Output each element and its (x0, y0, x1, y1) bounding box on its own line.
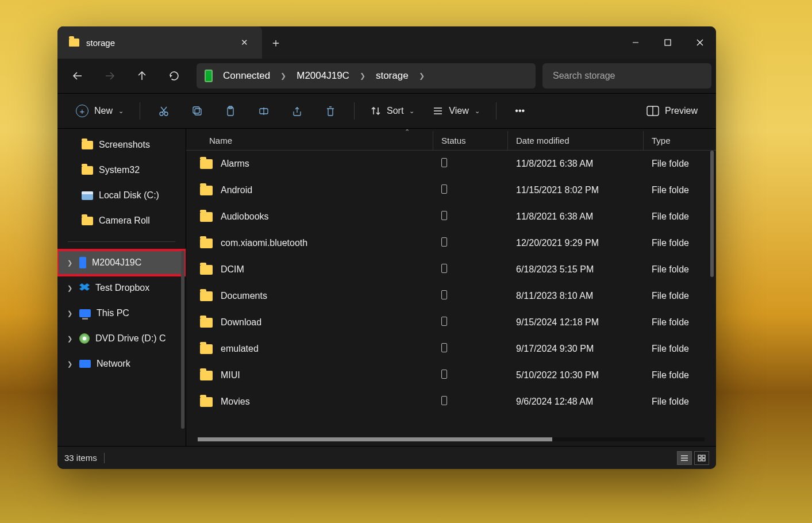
folder-icon (200, 318, 213, 328)
paste-button[interactable] (216, 99, 245, 122)
file-type: File folde (644, 291, 716, 301)
file-date: 12/20/2021 9:29 PM (508, 238, 644, 248)
pc-icon (79, 309, 91, 317)
sort-indicator-icon: ⌃ (405, 128, 410, 136)
file-date: 11/8/2021 6:38 AM (508, 159, 644, 169)
folder-icon (200, 371, 213, 380)
file-date: 6/18/2023 5:15 PM (508, 264, 644, 275)
device-status-icon (441, 290, 447, 299)
delete-button[interactable] (316, 99, 345, 122)
sidebar-scrollbar[interactable] (181, 251, 184, 429)
file-date: 9/15/2024 12:18 PM (508, 317, 644, 328)
navigation-bar: Connected ❯ M2004J19C ❯ storage ❯ Search… (57, 59, 716, 93)
file-name: Audiobooks (221, 211, 269, 222)
chevron-right-icon[interactable]: ❯ (66, 284, 74, 292)
sidebar-tree-item[interactable]: ❯This PC (57, 301, 186, 326)
file-row[interactable]: MIUI5/10/2022 10:30 PMFile folde (186, 362, 716, 389)
share-button[interactable] (283, 99, 311, 122)
file-name: Documents (221, 291, 267, 301)
sidebar-item-label: Camera Roll (99, 216, 150, 226)
chevron-right-icon[interactable]: ❯ (66, 360, 74, 368)
file-type: File folde (644, 264, 716, 275)
column-headers: Name Status Date modified Type (186, 129, 716, 151)
folder-icon (82, 217, 93, 225)
sidebar-tree-item[interactable]: ❯Network (57, 351, 186, 376)
close-tab-button[interactable]: ✕ (236, 34, 253, 51)
vertical-scrollbar[interactable] (710, 151, 714, 277)
breadcrumb-item[interactable]: storage (376, 70, 409, 82)
file-date: 5/10/2022 10:30 PM (508, 370, 644, 380)
folder-icon (200, 344, 213, 354)
navigation-pane[interactable]: ScreenshotsSystem32Local Disk (C:)Camera… (57, 129, 186, 446)
file-name: com.xiaomi.bluetooth (221, 238, 307, 248)
thumbnails-view-button[interactable] (694, 451, 709, 465)
dvd-icon (79, 333, 90, 344)
sidebar-item-label: Screenshots (99, 140, 150, 150)
file-row[interactable]: DCIM6/18/2023 5:15 PMFile folde (186, 256, 716, 283)
file-type: File folde (644, 370, 716, 380)
sidebar-quick-item[interactable]: Camera Roll (57, 208, 186, 233)
sidebar-tree-item[interactable]: ❯DVD Drive (D:) C (57, 326, 186, 351)
file-row[interactable]: Android11/15/2021 8:02 PMFile folde (186, 177, 716, 203)
chevron-right-icon[interactable]: ❯ (280, 72, 286, 80)
details-view-button[interactable] (677, 451, 692, 465)
search-input[interactable]: Search storage (542, 63, 711, 89)
cut-button[interactable] (149, 99, 178, 122)
column-status[interactable]: Status (433, 131, 508, 150)
file-row[interactable]: Alarms11/8/2021 6:38 AMFile folde (186, 151, 716, 177)
back-button[interactable] (62, 63, 93, 89)
chevron-right-icon[interactable]: ❯ (360, 72, 365, 80)
sidebar-quick-item[interactable]: Local Disk (C:) (57, 183, 186, 208)
chevron-right-icon[interactable]: ❯ (66, 310, 74, 317)
close-window-button[interactable] (684, 26, 716, 59)
sort-button[interactable]: Sort ⌄ (364, 99, 421, 122)
file-row[interactable]: Download9/15/2024 12:18 PMFile folde (186, 309, 716, 336)
rename-button[interactable] (249, 99, 278, 122)
sidebar-divider (68, 241, 175, 242)
copy-button[interactable] (183, 99, 211, 122)
column-name[interactable]: Name (186, 131, 433, 150)
device-status-icon (441, 211, 447, 220)
sidebar-item-label: DVD Drive (D:) C (95, 333, 166, 344)
refresh-button[interactable] (159, 63, 190, 89)
file-row[interactable]: com.xiaomi.bluetooth12/20/2021 9:29 PMFi… (186, 230, 716, 256)
sort-icon (371, 106, 381, 116)
preview-button[interactable]: Preview (640, 99, 705, 122)
column-type[interactable]: Type (644, 131, 716, 150)
folder-icon (200, 239, 213, 248)
titlebar[interactable]: storage ✕ ＋ (57, 26, 716, 59)
sidebar-quick-item[interactable]: System32 (57, 157, 186, 183)
file-row[interactable]: Audiobooks11/8/2021 6:38 AMFile folde (186, 203, 716, 230)
file-row[interactable]: Documents8/11/2023 8:10 AMFile folde (186, 283, 716, 309)
file-row[interactable]: Movies9/6/2024 12:48 AMFile folde (186, 389, 716, 415)
svg-point-7 (160, 112, 163, 116)
chevron-right-icon[interactable]: ❯ (66, 259, 74, 267)
file-type: File folde (644, 185, 716, 195)
folder-icon (200, 291, 213, 301)
minimize-button[interactable] (619, 26, 652, 59)
new-button[interactable]: + New ⌄ (69, 99, 130, 122)
svg-rect-29 (698, 455, 701, 457)
status-bar: 33 items (57, 446, 716, 469)
file-type: File folde (644, 397, 716, 407)
new-tab-button[interactable]: ＋ (262, 26, 290, 59)
file-row[interactable]: emulated9/17/2024 9:30 PMFile folde (186, 336, 716, 362)
horizontal-scrollbar[interactable] (198, 437, 705, 441)
column-date[interactable]: Date modified (508, 131, 644, 150)
breadcrumb-item[interactable]: Connected (223, 70, 270, 82)
sidebar-tree-item[interactable]: ❯M2004J19C (57, 250, 186, 275)
breadcrumb-item[interactable]: M2004J19C (297, 70, 349, 82)
view-button[interactable]: View ⌄ (426, 99, 486, 122)
sidebar-tree-item[interactable]: ❯Test Dropbox (57, 275, 186, 301)
chevron-right-icon[interactable]: ❯ (419, 72, 425, 80)
sidebar-item-label: M2004J19C (92, 257, 141, 268)
file-type: File folde (644, 344, 716, 354)
up-button[interactable] (126, 63, 157, 89)
active-tab[interactable]: storage ✕ (57, 26, 262, 59)
address-bar[interactable]: Connected ❯ M2004J19C ❯ storage ❯ (197, 63, 536, 89)
maximize-button[interactable] (652, 26, 684, 59)
forward-button[interactable] (94, 63, 125, 89)
sidebar-quick-item[interactable]: Screenshots (57, 132, 186, 157)
chevron-right-icon[interactable]: ❯ (66, 335, 74, 343)
more-button[interactable]: ••• (506, 99, 534, 122)
